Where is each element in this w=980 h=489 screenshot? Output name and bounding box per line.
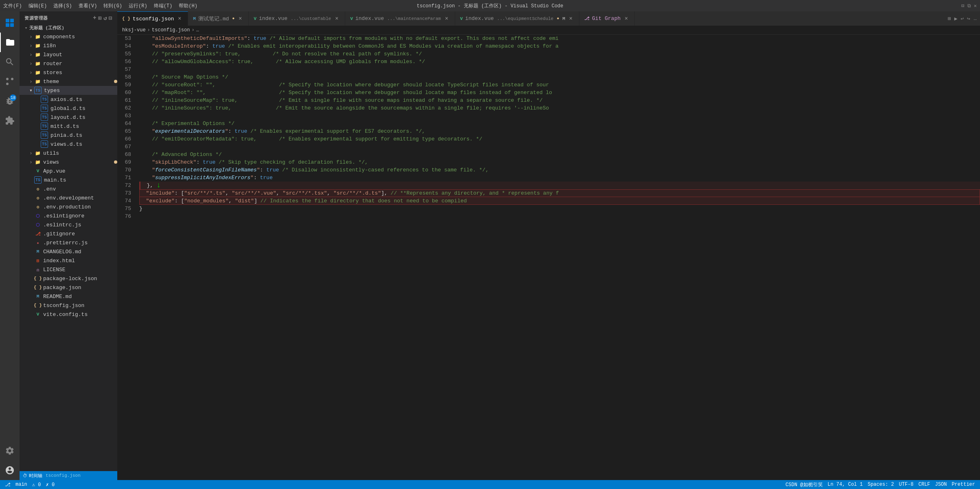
activity-icon-debug[interactable]: 18 — [0, 91, 20, 111]
file-axios-d-ts[interactable]: TS axios.d.ts — [20, 95, 117, 104]
ln-70: 70 — [122, 166, 131, 174]
tab-notes[interactable]: M 测试笔记.md ● × — [188, 11, 249, 26]
menu-terminal[interactable]: 终端(T) — [154, 2, 173, 9]
folder-types[interactable]: ▾ TS types — [20, 86, 117, 95]
menu-bar[interactable]: 文件(F) 编辑(E) 选择(S) 查看(V) 转到(G) 运行(R) 终端(T… — [3, 2, 197, 9]
env-icon: ⚙ — [34, 185, 42, 193]
file-app-vue[interactable]: V App.vue — [20, 167, 117, 175]
new-file-icon[interactable]: + — [93, 15, 96, 22]
folder-layout[interactable]: › 📁 layout — [20, 50, 117, 59]
file-eslintignore[interactable]: ⬡ .eslintignore — [20, 211, 117, 220]
activity-icon-vscode[interactable] — [0, 13, 20, 33]
error-count[interactable]: ✗ 0 — [46, 482, 55, 488]
ts-folder-icon: TS — [34, 87, 42, 94]
split-editor-icon[interactable]: ⊞ — [948, 15, 951, 22]
menu-select[interactable]: 选择(S) — [53, 2, 72, 9]
tab-close-equip[interactable]: × — [568, 15, 574, 22]
tab-close-git[interactable]: × — [623, 15, 629, 22]
encoding[interactable]: UTF-8 — [899, 482, 914, 487]
menu-goto[interactable]: 转到(G) — [103, 2, 122, 9]
tab-git-graph[interactable]: ⎇ Git Graph × — [579, 11, 635, 26]
svg-point-4 — [6, 78, 9, 80]
status-left: ⎇ main ⚠ 0 ✗ 0 — [5, 482, 55, 488]
activity-icon-search[interactable] — [0, 52, 20, 72]
ln-55: 55 — [122, 50, 131, 58]
tab-index-equip[interactable]: V index.vue ...\equipmentSchedule ● M × — [455, 11, 579, 26]
menu-file[interactable]: 文件(F) — [3, 2, 22, 9]
file-env-dev[interactable]: ⚙ .env.development — [20, 193, 117, 202]
tab-close-notes[interactable]: × — [237, 15, 243, 22]
file-readme[interactable]: M README.md — [20, 292, 117, 301]
menu-help[interactable]: 帮助(H) — [179, 2, 197, 9]
md-icon: M — [34, 248, 42, 255]
activity-icon-extensions[interactable] — [0, 111, 20, 130]
ts-icon: TS — [41, 114, 48, 121]
formatter[interactable]: Prettier — [951, 482, 975, 487]
warning-count[interactable]: ⚠ 0 — [32, 482, 41, 488]
folder-router[interactable]: › 📁 router — [20, 59, 117, 68]
cursor-position[interactable]: Ln 74, Col 1 — [828, 482, 863, 487]
file-package-lock[interactable]: { } package-lock.json — [20, 274, 117, 283]
git-branch-icon[interactable]: ⎇ — [5, 482, 11, 488]
file-main-ts[interactable]: TS main.ts — [20, 175, 117, 184]
line-ending[interactable]: CRLF — [919, 482, 930, 487]
file-tsconfig-json[interactable]: { } tsconfig.json — [20, 301, 117, 310]
file-license[interactable]: ⚖ LICENSE — [20, 265, 117, 274]
tab-close-maint[interactable]: × — [443, 15, 450, 22]
folder-icon: 📁 — [34, 51, 42, 58]
folder-theme[interactable]: › 📁 theme — [20, 77, 117, 86]
activity-icon-settings[interactable] — [0, 441, 20, 460]
tab-index-maint[interactable]: V index.vue ...\maintenanceParam × — [345, 11, 455, 26]
file-vite-config[interactable]: V vite.config.ts — [20, 310, 117, 319]
activity-icon-explorer[interactable] — [0, 33, 20, 52]
window-controls[interactable]: ⊟ ⧉ ✕ — [961, 3, 977, 9]
tab-tsconfig[interactable]: { } tsconfig.json × — [117, 11, 188, 26]
ln-56: 56 — [122, 58, 131, 66]
file-index-html[interactable]: ⊞ index.html — [20, 256, 117, 265]
file-layout-d-ts[interactable]: TS layout.d.ts — [20, 113, 117, 122]
folder-stores[interactable]: › 📁 stores — [20, 68, 117, 77]
tab-actions[interactable]: ⊞ ▶ ↩ ↪ … — [948, 15, 980, 22]
menu-view[interactable]: 查看(V) — [79, 2, 97, 9]
tab-close-tsconfig[interactable]: × — [176, 15, 183, 22]
indent-size[interactable]: Spaces: 2 — [868, 482, 894, 487]
breadcrumb-file[interactable]: tsconfig.json — [152, 27, 190, 33]
folder-components[interactable]: › 📁 components — [20, 32, 117, 41]
redo-icon[interactable]: ↪ — [967, 15, 970, 22]
breadcrumb-section[interactable]: … — [196, 27, 199, 33]
activity-icon-git[interactable] — [0, 72, 20, 91]
file-package-json[interactable]: { } package.json — [20, 283, 117, 292]
more-icon[interactable]: … — [973, 15, 977, 22]
debug-icon[interactable]: ▶ — [954, 15, 958, 22]
file-eslintrc[interactable]: ⬡ .eslintrc.js ◄ — [20, 220, 117, 229]
file-global-d-ts[interactable]: TS global.d.ts — [20, 104, 117, 113]
file-env-prod[interactable]: ⚙ .env.production — [20, 202, 117, 211]
chevron-right-icon: › — [28, 69, 34, 76]
workspace-title[interactable]: ▾ 无标题 (工作区) — [20, 23, 117, 32]
file-changelog[interactable]: M CHANGELOG.md — [20, 247, 117, 256]
file-gitignore[interactable]: ⎇ .gitignore — [20, 229, 117, 238]
folder-utils[interactable]: › 📁 utils — [20, 149, 117, 158]
sidebar-actions[interactable]: + ⊞ ↺ ⊟ — [93, 15, 112, 22]
breadcrumb-root[interactable]: hksj-vue — [122, 27, 146, 33]
file-mitt-d-ts[interactable]: TS mitt.d.ts — [20, 122, 117, 131]
file-pinia-d-ts[interactable]: TS pinia.d.ts — [20, 131, 117, 140]
code-editor[interactable]: 53 54 55 56 57 58 59 60 61 62 63 64 65 6… — [117, 35, 980, 480]
file-env[interactable]: ⚙ .env — [20, 184, 117, 193]
menu-edit[interactable]: 编辑(E) — [29, 2, 47, 9]
collapse-icon[interactable]: ⊟ — [109, 15, 112, 22]
activity-icon-account[interactable] — [0, 460, 20, 480]
git-branch-name[interactable]: main — [15, 482, 27, 487]
file-prettierrc[interactable]: ✦ .prettierrc.js — [20, 238, 117, 247]
tab-index-custom[interactable]: V index.vue ...\customTable × — [249, 11, 345, 26]
refresh-icon[interactable]: ↺ — [103, 15, 107, 22]
folder-views[interactable]: › 📁 views — [20, 158, 117, 167]
tab-close-custom[interactable]: × — [333, 15, 340, 22]
language-mode[interactable]: JSON — [935, 482, 947, 487]
file-views-d-ts[interactable]: TS views.d.ts — [20, 140, 117, 149]
new-folder-icon[interactable]: ⊞ — [98, 15, 102, 22]
undo-icon[interactable]: ↩ — [961, 15, 964, 22]
folder-i18n[interactable]: › 📁 i18n — [20, 41, 117, 50]
code-line-62: // "inlineSources": true, /* Emit the so… — [139, 104, 980, 112]
menu-run[interactable]: 运行(R) — [129, 2, 147, 9]
